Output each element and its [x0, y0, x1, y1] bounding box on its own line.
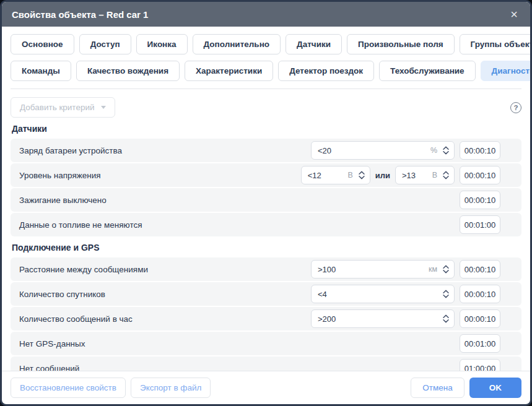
value-text: >100 — [318, 265, 336, 274]
criterion-row: Зажигание выключено00:00:10 — [11, 188, 521, 212]
criterion-row: Уровень напряжения<12Вили>13В00:00:10 — [11, 163, 521, 187]
value-text: >200 — [318, 314, 336, 324]
spinner-up-icon[interactable] — [442, 289, 450, 299]
criterion-controls: <400:00:10 — [311, 285, 500, 303]
criterion-controls: >100км00:00:10 — [311, 260, 500, 279]
tab-дополнительно[interactable]: Дополнительно — [193, 34, 281, 54]
tab-произвольные-поля[interactable]: Произвольные поля — [347, 34, 455, 54]
unit-label: В — [432, 171, 442, 179]
section-title: Датчики — [12, 124, 521, 134]
value-spinner[interactable] — [442, 145, 450, 155]
spinner-up-icon[interactable] — [358, 170, 365, 180]
spinner-up-icon[interactable] — [442, 170, 450, 180]
footer: Восстановление свойств Экспорт в файл От… — [2, 371, 530, 404]
spinner-up-icon[interactable] — [442, 145, 450, 155]
value-spinner[interactable] — [442, 264, 450, 274]
tabs-divider — [11, 89, 521, 89]
tab-команды[interactable]: Команды — [11, 61, 71, 81]
tab-основное[interactable]: Основное — [11, 34, 74, 54]
tab-row-1: ОсновноеДоступИконкаДополнительноДатчики… — [11, 34, 521, 54]
close-icon[interactable]: × — [508, 7, 520, 22]
chevron-down-icon — [101, 106, 106, 109]
criterion-row: Расстояние между сообщениями>100км00:00:… — [11, 257, 521, 281]
criterion-label: Нет GPS-данных — [19, 339, 455, 348]
criterion-label: Заряд батареи устройства — [19, 146, 311, 155]
time-input[interactable]: 00:01:00 — [460, 215, 500, 234]
tab-row-2: КомандыКачество вожденияХарактеристикиДе… — [11, 61, 521, 81]
value-input[interactable]: >200 — [311, 309, 455, 328]
value-input[interactable]: <12В — [301, 166, 370, 184]
criterion-row: Нет сообщений01:00:00 — [11, 356, 521, 371]
criterion-controls: 01:00:00 — [455, 359, 500, 371]
object-properties-dialog: Свойства объекта – Red car 1 × ОсновноеД… — [0, 0, 532, 406]
time-input[interactable]: 01:00:00 — [460, 359, 500, 371]
export-to-file-button[interactable]: Экспорт в файл — [131, 378, 211, 398]
restore-properties-button[interactable]: Восстановление свойств — [11, 378, 126, 398]
time-input[interactable]: 00:01:00 — [460, 334, 500, 353]
criterion-controls: 00:01:00 — [455, 334, 500, 353]
add-criterion-button[interactable]: Добавить критерий — [11, 97, 115, 118]
section-title: Подключение и GPS — [12, 243, 521, 253]
tab-детектор-поездок[interactable]: Детектор поездок — [278, 61, 374, 81]
tab-группы-объектов[interactable]: Группы объектов — [460, 34, 530, 54]
spinner-up-icon[interactable] — [442, 314, 450, 324]
tab-датчики[interactable]: Датчики — [286, 34, 342, 54]
criterion-controls: >20000:00:10 — [311, 309, 500, 328]
criterion-label: Данные о топливе не меняются — [19, 220, 455, 230]
value-text: <12 — [308, 171, 321, 180]
criterion-label: Количество сообщений в час — [19, 314, 311, 324]
criterion-controls: <12Вили>13В00:00:10 — [301, 166, 500, 184]
value-input[interactable]: <4 — [311, 285, 455, 303]
ok-button[interactable]: OK — [469, 378, 521, 398]
help-icon[interactable]: ? — [510, 102, 521, 113]
joiner-label: или — [375, 171, 390, 180]
criteria-sections: ДатчикиЗаряд батареи устройства<20%00:00… — [11, 124, 521, 371]
criterion-row: Количество сообщений в час>20000:00:10 — [11, 307, 521, 330]
tab-качество-вождения[interactable]: Качество вождения — [76, 61, 180, 81]
unit-label: % — [430, 146, 442, 155]
criterion-row: Количество спутников<400:00:10 — [11, 282, 521, 306]
criterion-label: Уровень напряжения — [19, 171, 301, 180]
criterion-row: Данные о топливе не меняются00:01:00 — [11, 213, 521, 236]
titlebar: Свойства объекта – Red car 1 × — [2, 2, 530, 27]
value-text: >13 — [402, 171, 416, 180]
value-spinner[interactable] — [442, 289, 450, 299]
value-text: <20 — [318, 146, 331, 155]
time-input[interactable]: 00:00:10 — [460, 141, 500, 160]
value-input[interactable]: >13В — [395, 166, 455, 184]
value-spinner[interactable] — [358, 170, 365, 180]
criterion-controls: 00:00:10 — [455, 191, 500, 209]
criterion-label: Расстояние между сообщениями — [19, 265, 311, 274]
time-input[interactable]: 00:00:10 — [460, 285, 500, 303]
criterion-controls: 00:01:00 — [455, 215, 500, 234]
tab-диагностика[interactable]: Диагностика — [481, 61, 530, 81]
criterion-label: Количество спутников — [19, 290, 311, 299]
criterion-label: Зажигание выключено — [19, 196, 455, 205]
time-input[interactable]: 00:00:10 — [460, 260, 500, 279]
criterion-label: Нет сообщений — [19, 364, 455, 371]
value-text: <4 — [318, 290, 327, 299]
tab-характеристики[interactable]: Характеристики — [185, 61, 273, 81]
unit-label: км — [429, 265, 442, 274]
tab-доступ[interactable]: Доступ — [79, 34, 131, 54]
value-spinner[interactable] — [442, 314, 450, 324]
tab-иконка[interactable]: Иконка — [136, 34, 188, 54]
time-input[interactable]: 00:00:10 — [460, 191, 500, 209]
criteria-toolbar: Добавить критерий ? — [11, 97, 521, 118]
criterion-controls: <20%00:00:10 — [311, 141, 500, 160]
time-input[interactable]: 00:00:10 — [460, 309, 500, 328]
tab-техобслуживание[interactable]: Техобслуживание — [379, 61, 476, 81]
spinner-up-icon[interactable] — [442, 264, 450, 274]
value-spinner[interactable] — [442, 170, 450, 180]
value-input[interactable]: >100км — [311, 260, 455, 279]
cancel-button[interactable]: Отмена — [411, 378, 464, 398]
dialog-content: ОсновноеДоступИконкаДополнительноДатчики… — [2, 27, 530, 371]
value-input[interactable]: <20% — [311, 141, 455, 160]
criterion-row: Заряд батареи устройства<20%00:00:10 — [11, 139, 521, 162]
add-criterion-label: Добавить критерий — [20, 103, 95, 112]
unit-label: В — [347, 171, 357, 179]
criterion-row: Нет GPS-данных00:01:00 — [11, 332, 521, 355]
time-input[interactable]: 00:00:10 — [460, 166, 500, 184]
dialog-title: Свойства объекта – Red car 1 — [12, 9, 148, 20]
